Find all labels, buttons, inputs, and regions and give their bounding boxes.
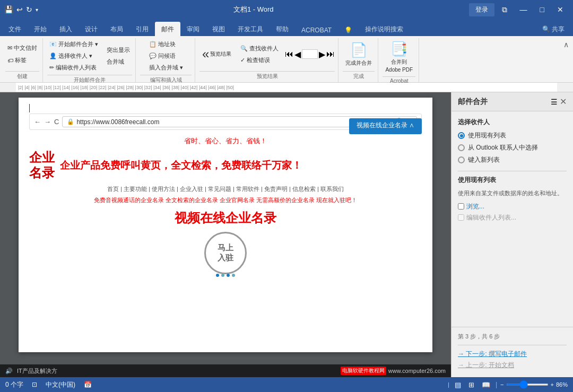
tab-acrobat[interactable]: ACROBAT (295, 23, 338, 36)
label-button[interactable]: 🏷 标签 (5, 55, 39, 65)
web-nav: 首页 | 主要功能 | 使用方法 | 企业入驻 | 常见问题 | 常用软件 | … (29, 185, 422, 193)
tab-view[interactable]: 视图 (206, 22, 231, 36)
site-url: www.computer26.com (388, 368, 446, 374)
chinese-envelope-button[interactable]: ✉ 中文信封 (5, 43, 39, 53)
section1-title: 选择收件人 (458, 118, 567, 127)
prev-step-link[interactable]: → 上一步: 开始文档 (458, 361, 567, 370)
document-area[interactable]: ← → C 🔒 https://www.0086freecall.com ⊞ ☆… (0, 92, 451, 377)
close-button[interactable]: ✕ (552, 3, 569, 16)
brand-label: 电脑软硬件教程网 (341, 367, 386, 375)
finish-merge-button[interactable]: 📄 完成并合并 (343, 40, 375, 68)
address-icon: 📋 (149, 41, 157, 48)
merge-to-pdf-button[interactable]: 📑 合并到 Adobe PDF (383, 39, 415, 74)
it-promo-brand: 电脑软硬件教程网 www.computer26.com (341, 367, 446, 375)
option-new-list[interactable]: 键入新列表 (458, 155, 567, 164)
web-view-button[interactable]: ⊞ (466, 380, 476, 390)
highlight-fields-button[interactable]: 突出显示 (105, 45, 132, 55)
register-label2: 入驻 (218, 253, 233, 263)
window-title: 文档1 - Word (38, 5, 469, 14)
pdf-icon: 📑 (390, 41, 407, 57)
save-icon[interactable]: 💾 (4, 5, 13, 14)
edit-icon: ✏ (49, 64, 54, 71)
insert-merge-field-button[interactable]: 插入合并域 ▾ (147, 63, 185, 73)
edit-recipients-button[interactable]: ✏ 编辑收件人列表 (47, 63, 100, 73)
panel-footer: 第 3 步，共 6 步 → 下一步: 撰写电子邮件 → 上一步: 开始文档 (452, 327, 573, 377)
nav-back-icon[interactable]: ◀ (294, 49, 301, 59)
ribbon-collapse-button[interactable]: ∧ (563, 40, 569, 49)
redo-icon[interactable]: ↻ (26, 5, 32, 14)
radio-new (458, 156, 465, 163)
preview-results-button[interactable]: « 预览结果 (199, 45, 234, 63)
check-errors-button[interactable]: ✓ 检查错误 (238, 55, 281, 65)
minimize-button[interactable]: — (515, 3, 533, 16)
web-logo-area: 企业名录 企业产品免费呼叫黄页，全文检索，免费联络千万家！ (29, 150, 422, 181)
register-button[interactable]: 马上 入驻 (204, 232, 247, 274)
tab-references[interactable]: 引用 (129, 22, 155, 36)
edit-recipients-area: 编辑收件人列表... (458, 213, 567, 222)
zoom-control: − + 86% (500, 381, 568, 388)
back-button[interactable]: ← (34, 118, 41, 126)
tab-layout[interactable]: 布局 (104, 22, 129, 36)
undo-icon[interactable]: ↩ (16, 5, 23, 14)
tab-help[interactable]: 帮助 (270, 22, 295, 36)
tab-file[interactable]: 文件 (2, 22, 28, 36)
find-recipient-button[interactable]: 🔍 查找收件人 (238, 43, 281, 54)
ribbon-group-acrobat: 📑 合并到 Adobe PDF Acrobat (379, 38, 419, 82)
language[interactable]: 中文(中国) (46, 380, 75, 389)
web-promo-header: 省时、省心、省力、省钱！ (29, 136, 422, 146)
forward-button[interactable]: → (44, 118, 51, 126)
browse-checkbox[interactable] (458, 203, 464, 210)
it-promo-text: IT产品及解决方 (17, 367, 57, 375)
restore-down-button[interactable]: ⧉ (497, 3, 513, 16)
refresh-button[interactable]: C (54, 118, 59, 126)
address-block-button[interactable]: 📋 地址块 (147, 39, 185, 49)
tab-review[interactable]: 审阅 (180, 22, 206, 36)
nav-forward-icon[interactable]: ▶ (319, 49, 325, 59)
start-mail-merge-button[interactable]: 📧 开始邮件合并 ▾ (47, 39, 100, 49)
zoom-slider[interactable] (506, 384, 549, 386)
option-existing-list[interactable]: 使用现有列表 (458, 131, 567, 140)
tab-developer[interactable]: 开发工具 (231, 22, 270, 36)
tab-design[interactable]: 设计 (79, 22, 104, 36)
panel-divider1 (458, 171, 567, 171)
option-outlook[interactable]: 从 Outlook 联系人中选择 (458, 143, 567, 152)
group-label-finish: 完成 (343, 71, 375, 82)
next-step-link[interactable]: → 下一步: 撰写电子邮件 (458, 350, 567, 359)
find-icon: 🔍 (240, 45, 248, 52)
zoom-level[interactable]: 86% (556, 381, 568, 388)
merge-fields-button[interactable]: 合并域 (105, 57, 132, 67)
edit-checkbox[interactable] (458, 214, 464, 221)
panel-menu-icon[interactable]: ☰ (551, 98, 558, 106)
zoom-out-button[interactable]: − (500, 381, 503, 388)
greeting-button[interactable]: 💬 问候语 (147, 51, 185, 61)
tab-home[interactable]: 开始 (28, 22, 53, 36)
zoom-in-button[interactable]: + (551, 381, 554, 388)
panel-close-button[interactable]: ✕ (560, 97, 567, 107)
option2-label: 从 Outlook 联系人中选择 (468, 143, 538, 152)
login-button[interactable]: 登录 (469, 3, 494, 16)
edit-recipients-link[interactable]: 编辑收件人列表... (466, 213, 516, 222)
normal-view-button[interactable]: ▤ (453, 380, 463, 390)
group-label-preview: 预览结果 (199, 71, 335, 82)
view-controls: | ▤ ⊞ 📖 | − + 86% (448, 380, 568, 390)
tab-mailings[interactable]: 邮件 (155, 22, 180, 36)
browse-link[interactable]: 浏览... (466, 202, 484, 211)
record-input[interactable] (302, 49, 318, 59)
lock-icon: 🔒 (67, 118, 74, 125)
text-cursor (29, 104, 30, 112)
step-text: 第 3 步，共 6 步 (458, 333, 567, 341)
dot3 (227, 274, 230, 277)
panel-header: 邮件合并 ☰ ✕ (452, 92, 573, 111)
video-btn[interactable]: 视频在线企业名录 ∧ (349, 118, 422, 134)
group-label-create: 创建 (5, 71, 39, 82)
select-recipients-button[interactable]: 👤 选择收件人 ▾ (47, 51, 100, 61)
tab-insert[interactable]: 插入 (53, 22, 79, 36)
label-icon: 🏷 (7, 57, 13, 64)
share-button[interactable]: 🔍 共享 (536, 22, 571, 36)
read-view-button[interactable]: 📖 (480, 380, 492, 390)
maximize-button[interactable]: □ (535, 3, 550, 16)
nav-last-icon[interactable]: ⏭ (326, 49, 335, 59)
tab-tips-icon[interactable]: 💡 (338, 23, 359, 36)
nav-prev-icon[interactable]: ⏮ (285, 49, 293, 59)
tab-search[interactable]: 操作说明搜索 (359, 22, 410, 36)
